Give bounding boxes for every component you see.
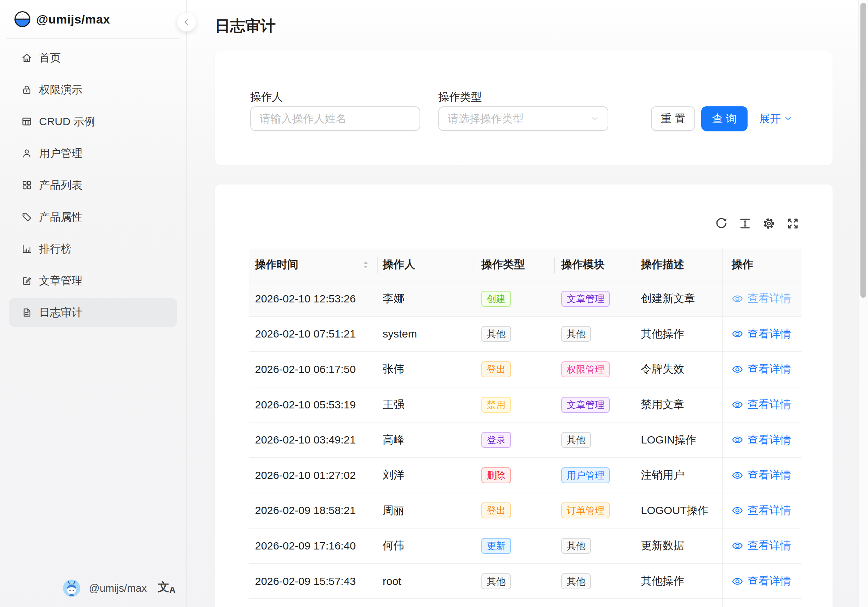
sidebar-item-label: 首页 <box>39 51 61 65</box>
column-header-module: 操作模块 <box>554 248 634 281</box>
rice-bowl-logo-icon <box>14 11 31 28</box>
cell-module: 用户管理 <box>554 458 634 493</box>
view-details-link[interactable]: 查看详情 <box>732 574 791 588</box>
view-details-link[interactable]: 查看详情 <box>732 538 791 553</box>
header-separator <box>377 257 378 273</box>
view-details-link[interactable]: 查看详情 <box>732 468 791 483</box>
module-tag: 订单管理 <box>561 503 610 519</box>
table-row: 2026-02-10 07:51:21 system 其他 其他 其他操作 查看… <box>249 317 801 352</box>
cell-type: 创建 <box>473 281 554 316</box>
sidebar-item-bar-chart[interactable]: 排行榜 <box>9 234 177 263</box>
cell-desc: 更新数据 <box>634 528 722 563</box>
cell-time: 2026-02-10 07:51:21 <box>249 317 377 352</box>
footer-username: @umijs/max <box>89 582 147 595</box>
file-text-icon <box>21 307 33 318</box>
eye-icon <box>732 399 743 411</box>
sidebar: @umijs/max 首页 权限演示 CRUD 示例 用户管理 产品列表 产品属… <box>0 0 187 607</box>
sidebar-item-file-text[interactable]: 日志审计 <box>9 298 177 327</box>
table-row: 2026-02-10 05:53:19 王强 禁用 文章管理 禁用文章 查看详情 <box>249 387 801 423</box>
cell-action: 查看详情 <box>722 458 801 493</box>
chevron-down-icon <box>591 115 599 123</box>
table-row: 2026-02-10 06:17:50 张伟 登出 权限管理 令牌失效 查看详情 <box>249 352 801 387</box>
cell-time: 2026-02-10 05:53:19 <box>249 387 377 422</box>
cell-operator: 高峰 <box>377 422 473 457</box>
cell-operator: root <box>377 564 473 599</box>
sidebar-item-product[interactable]: 产品列表 <box>9 171 177 200</box>
reload-icon[interactable] <box>715 217 728 230</box>
reset-button[interactable]: 重 置 <box>651 106 695 131</box>
cell-operator: system <box>377 317 473 352</box>
home-icon <box>21 52 33 64</box>
chevron-left-icon <box>182 18 191 26</box>
table-row: 2026-02-10 01:27:02 刘洋 删除 用户管理 注销用户 查看详情 <box>249 458 801 494</box>
table-header: 操作时间 操作人 操作类型 操作模块 操作描述 操作 <box>249 248 801 281</box>
sidebar-item-edit[interactable]: 文章管理 <box>9 266 177 295</box>
cell-operator: 张伟 <box>377 352 473 387</box>
cell-time: 2026-02-10 06:17:50 <box>249 352 377 387</box>
sidebar-item-tag[interactable]: 产品属性 <box>9 203 177 231</box>
product-icon <box>21 179 33 191</box>
sidebar-item-user[interactable]: 用户管理 <box>9 139 177 168</box>
eye-icon <box>732 470 743 481</box>
cell-action: 查看详情 <box>722 564 801 599</box>
cell-time: 2026-02-10 03:49:21 <box>249 422 377 457</box>
eye-icon <box>732 540 743 552</box>
brand[interactable]: @umijs/max <box>0 0 186 38</box>
cell-desc: 其他操作 <box>634 317 722 352</box>
column-header-desc: 操作描述 <box>634 248 722 281</box>
view-details-link[interactable]: 查看详情 <box>732 397 791 412</box>
page-scrollbar-thumb[interactable] <box>860 3 866 298</box>
cell-desc: 注销用户 <box>634 458 722 493</box>
sidebar-divider <box>6 38 180 39</box>
sort-carets-icon[interactable] <box>363 261 368 269</box>
table-row: 2026-02-10 03:49:21 高峰 登录 其他 LOGIN操作 查看详… <box>249 422 801 458</box>
view-details-link[interactable]: 查看详情 <box>732 362 791 377</box>
cell-operator: 王强 <box>377 387 473 422</box>
table-row: 2026-02-10 12:53:26 李娜 创建 文章管理 创建新文章 查看详… <box>249 281 801 317</box>
sidebar-item-lock[interactable]: 权限演示 <box>9 75 177 104</box>
query-button[interactable]: 查 询 <box>701 106 747 131</box>
module-tag: 用户管理 <box>561 467 610 483</box>
page-title: 日志审计 <box>215 16 276 36</box>
view-details-link[interactable]: 查看详情 <box>732 291 791 306</box>
sidebar-item-label: 文章管理 <box>39 273 82 288</box>
table-row: 2026-02-09 17:16:40 何伟 更新 其他 更新数据 查看详情 <box>249 528 801 564</box>
cell-operator: 周丽 <box>377 494 473 528</box>
column-header-time[interactable]: 操作时间 <box>249 248 377 281</box>
cell-action: 查看详情 <box>722 387 801 422</box>
operator-input[interactable] <box>250 106 420 131</box>
eye-icon <box>732 576 743 587</box>
sidebar-item-label: CRUD 示例 <box>39 114 95 129</box>
sidebar-item-label: 用户管理 <box>39 146 82 161</box>
expand-toggle[interactable]: 展开 <box>759 106 792 131</box>
cell-desc: LOGIN操作 <box>634 422 722 457</box>
type-tag: 其他 <box>481 573 511 589</box>
module-tag: 其他 <box>561 538 591 554</box>
cell-module: 其他 <box>554 564 634 599</box>
operation-type-select[interactable]: 请选择操作类型 <box>438 106 608 131</box>
column-height-icon[interactable] <box>739 217 752 230</box>
sidebar-item-table[interactable]: CRUD 示例 <box>9 107 177 136</box>
sidebar-item-home[interactable]: 首页 <box>9 43 177 72</box>
table-row: 2026-02-09 15:57:43 root 其他 其他 其他操作 查看详情 <box>249 564 801 599</box>
column-header-type: 操作类型 <box>473 248 554 281</box>
view-details-link[interactable]: 查看详情 <box>732 433 791 447</box>
cell-action: 查看详情 <box>722 494 801 528</box>
view-details-link[interactable]: 查看详情 <box>732 327 791 342</box>
module-tag: 其他 <box>561 432 591 448</box>
translation-icon[interactable]: 文A <box>158 581 175 595</box>
view-details-link[interactable]: 查看详情 <box>732 503 791 518</box>
sidebar-item-label: 排行榜 <box>39 242 71 256</box>
operator-label: 操作人 <box>250 90 283 104</box>
fullscreen-icon[interactable] <box>786 217 799 230</box>
settings-icon[interactable] <box>763 217 775 230</box>
sidebar-collapse-button[interactable] <box>177 12 196 31</box>
lock-icon <box>21 84 33 96</box>
sidebar-item-label: 产品属性 <box>39 210 82 225</box>
user-menu[interactable]: @umijs/max <box>62 579 147 598</box>
type-tag: 删除 <box>481 467 511 483</box>
select-placeholder: 请选择操作类型 <box>448 112 524 126</box>
cell-operator: 刘洋 <box>377 458 473 493</box>
cell-action: 查看详情 <box>722 422 801 457</box>
cell-module: 文章管理 <box>554 387 634 422</box>
